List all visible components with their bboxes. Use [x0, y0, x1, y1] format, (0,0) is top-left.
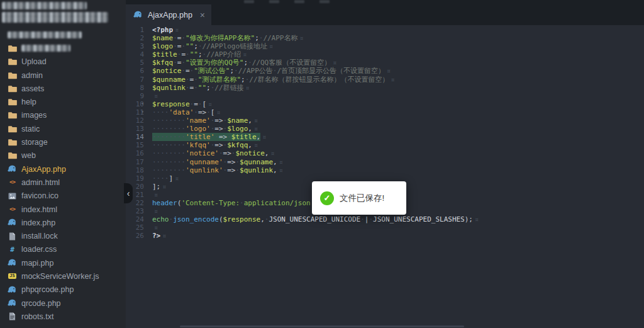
eol-mark: ¤ — [252, 125, 258, 132]
code-line[interactable]: ····'data'·=>·[¤ — [152, 108, 644, 116]
tab-ajaxapp-php[interactable]: AjaxApp.php × — [126, 4, 211, 25]
file-label: mapi.php — [21, 259, 53, 268]
blurred-menu-artifact — [319, 0, 330, 3]
tab-bar: AjaxApp.php × — [126, 0, 644, 25]
file-label: index.php — [21, 218, 55, 227]
image-icon — [8, 191, 17, 201]
code-line[interactable]: $title·=·"";·//APP介绍¤ — [152, 50, 644, 59]
tree-item[interactable]: index.php — [0, 216, 126, 229]
line-number: 1 — [126, 26, 144, 34]
tree-item[interactable]: web — [0, 149, 126, 162]
line-number: 14 — [126, 133, 144, 141]
php-icon — [8, 218, 17, 227]
eol-mark: ¤ — [152, 191, 158, 198]
code-line[interactable]: $notice·=·"测试公告";·//APP公告·/首页顶部显示公告（不设置留… — [152, 67, 644, 75]
line-number: 26 — [126, 232, 144, 240]
tree-item[interactable]: #loader.css — [0, 243, 126, 256]
tree-item[interactable]: assets — [0, 82, 126, 95]
file-label: robots.txt — [21, 312, 53, 321]
line-number-gutter: 12345678910▾11▾1213141516171819202122232… — [126, 26, 151, 240]
tab-close-icon[interactable]: × — [200, 11, 205, 20]
eol-mark: ¤ — [298, 35, 304, 42]
tree-item[interactable]: <>admin.html — [0, 176, 126, 189]
tree-item-redacted[interactable] — [0, 28, 126, 42]
file-label: storage — [21, 138, 48, 147]
code-line[interactable]: ?>¤ — [152, 232, 644, 240]
file-label: qrcode.php — [21, 299, 61, 308]
code-line[interactable]: $qunname·=·"测试群名称";·//群名称（群按钮显示名称）（不设置留空… — [152, 76, 644, 84]
file-label: phpqrcode.php — [21, 285, 74, 294]
eol-mark: ¤ — [160, 232, 166, 239]
app-window: Uploadadminassetshelpimagesstaticstorage… — [0, 0, 644, 328]
html-icon: <> — [8, 178, 17, 187]
success-check-icon: ✓ — [320, 191, 334, 205]
tree-item[interactable]: images — [0, 109, 126, 122]
tree-item[interactable]: install.lock — [0, 229, 126, 242]
code-line[interactable]: ········'logo'·=>·$logo,¤ — [152, 125, 644, 133]
line-number: 15 — [126, 141, 144, 149]
tree-item[interactable]: mapi.php — [0, 256, 126, 269]
code-line[interactable]: ¤ — [152, 92, 644, 100]
code-line[interactable]: ········'kfqq'·=>·$kfqq,¤ — [152, 141, 644, 149]
tree-item[interactable]: <>index.html — [0, 203, 126, 216]
code-line[interactable]: $qunlink·=·"";·//群链接¤ — [152, 84, 644, 92]
redacted-header-block — [2, 2, 87, 9]
sidebar-collapse-handle[interactable]: ‹ — [124, 183, 133, 203]
eol-mark: ¤ — [244, 84, 250, 91]
tree-item-redacted[interactable] — [0, 42, 126, 55]
tree-item[interactable]: phpqrcode.php — [0, 283, 126, 297]
eol-mark: ¤ — [267, 43, 273, 50]
tree-item[interactable]: Upload — [0, 55, 126, 69]
file-label: Upload — [21, 57, 47, 66]
eol-mark: ¤ — [277, 159, 283, 166]
line-number: 3 — [126, 42, 144, 50]
code-line[interactable]: ········'qunlink'·=>·$qunlink,¤ — [152, 166, 644, 174]
eol-mark: ¤ — [260, 133, 266, 140]
tree-item[interactable]: qrcode.php — [0, 297, 126, 310]
code-line[interactable]: ¤ — [152, 223, 644, 232]
tree-item[interactable]: robots.txt — [0, 310, 126, 323]
eol-mark: ¤ — [385, 67, 391, 74]
tab-label: AjaxApp.php — [148, 11, 192, 20]
tree-item[interactable]: favicon.ico — [0, 189, 126, 203]
folder-icon — [8, 151, 17, 161]
code-line[interactable]: ········'notice'·=>·$notice,¤ — [152, 149, 644, 157]
editor[interactable]: 12345678910▾11▾1213141516171819202122232… — [126, 25, 644, 328]
file-label: index.html — [21, 205, 57, 214]
tree-item[interactable]: storage — [0, 135, 126, 149]
code-line[interactable]: $name·=·"修改为你得APP名称";·//APP名称¤ — [152, 34, 644, 42]
eol-mark: ¤ — [473, 216, 479, 223]
tree-item[interactable]: static — [0, 122, 126, 135]
line-number: 17 — [126, 158, 144, 166]
code-line[interactable]: $kfqq·=·"设置为你的QQ号";·//QQ客服（不设置留空）¤ — [152, 59, 644, 67]
code-line[interactable]: $response·=·[¤ — [152, 100, 644, 108]
code-line[interactable]: ········'qunname'·=>·$qunname,¤ — [152, 158, 644, 166]
fold-marker-icon[interactable]: ▾ — [141, 110, 144, 115]
tree-item[interactable]: AjaxApp.php — [0, 162, 126, 176]
tree-item[interactable]: admin — [0, 69, 126, 82]
eol-mark: ¤ — [173, 175, 179, 182]
file-tree: Uploadadminassetshelpimagesstaticstorage… — [0, 28, 126, 324]
tree-item[interactable]: JSmockServiceWorker.js — [0, 269, 126, 283]
file-label: admin — [21, 71, 43, 80]
toast-message: 文件已保存! — [340, 193, 384, 204]
line-number: 16 — [126, 149, 144, 157]
folder-icon — [8, 71, 17, 80]
code-line[interactable]: echo·json_encode($response,·JSON_UNESCAP… — [152, 215, 644, 223]
eol-mark: ¤ — [252, 117, 258, 124]
eol-mark: ¤ — [152, 224, 158, 231]
php-icon — [8, 258, 17, 268]
code-line[interactable]: <?php¤ — [152, 26, 644, 34]
text-icon — [8, 312, 17, 321]
tree-item[interactable]: help — [0, 95, 126, 108]
fold-marker-icon[interactable]: ▾ — [141, 101, 144, 106]
redacted-label — [8, 31, 82, 38]
horizontal-scrollbar[interactable] — [180, 325, 464, 327]
line-number: 25 — [126, 223, 144, 232]
code-line[interactable]: $logo·=·"";·//APPlogo链接地址¤ — [152, 42, 644, 50]
line-number: 13 — [126, 125, 144, 133]
code-line[interactable]: ········'name'·=>·$name,¤ — [152, 116, 644, 125]
file-label: mockServiceWorker.js — [21, 272, 99, 281]
code-line[interactable]: ········'title'·=>·$title,¤ — [152, 133, 644, 141]
file-label: images — [21, 111, 47, 120]
